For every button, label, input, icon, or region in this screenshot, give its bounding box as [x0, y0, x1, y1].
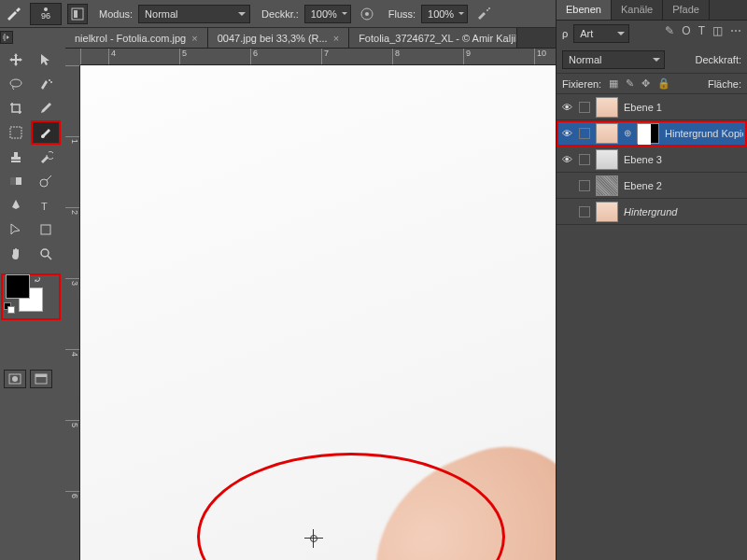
lock-pixels-icon[interactable]: ✎ [626, 77, 634, 90]
layer-row[interactable]: 👁 Ebene 1 [557, 94, 747, 120]
layer-thumbnail[interactable] [596, 123, 618, 144]
layer-checkbox[interactable] [579, 102, 590, 113]
lock-all-icon[interactable]: 🔒 [657, 77, 670, 90]
zoom-tool[interactable] [32, 243, 60, 265]
svg-point-5 [488, 7, 490, 9]
layer-row[interactable]: 👁 ⊕ Hintergrund Kopie [557, 120, 747, 147]
ruler-horizontal[interactable]: 4 5 6 7 8 9 10 11 [80, 49, 556, 65]
quick-mask-icon[interactable] [4, 370, 26, 388]
document-tab[interactable]: 0047.jpg bei 33,3% (R...× [208, 28, 349, 48]
svg-rect-11 [10, 177, 16, 185]
document-tab[interactable]: nielkrol - Fotolia.com.jpg× [65, 28, 208, 48]
layer-row[interactable]: 👁 Ebene 3 [557, 147, 747, 173]
quick-select-tool[interactable] [32, 73, 60, 95]
default-colors-icon[interactable] [4, 302, 15, 314]
tab-paths[interactable]: Pfade [663, 0, 710, 20]
visibility-icon[interactable]: 👁 [560, 128, 573, 139]
document-tabs: nielkrol - Fotolia.com.jpg× 0047.jpg bei… [65, 28, 556, 49]
lock-position-icon[interactable]: ✥ [641, 77, 650, 90]
layer-row[interactable]: Hintergrund [557, 199, 747, 225]
history-brush-tool[interactable] [32, 146, 60, 168]
hand-tool[interactable] [2, 243, 30, 265]
svg-point-15 [41, 249, 49, 257]
layer-thumbnail[interactable] [596, 202, 618, 222]
airbrush-icon[interactable] [473, 4, 494, 24]
mask-link-icon[interactable]: ⊕ [624, 128, 631, 138]
ruler-vertical[interactable]: 1 2 3 4 5 6 7 [65, 65, 80, 560]
close-icon[interactable]: × [191, 33, 197, 44]
visibility-icon[interactable]: 👁 [560, 154, 573, 165]
crop-tool[interactable] [2, 97, 30, 119]
layer-name[interactable]: Ebene 1 [624, 102, 743, 113]
layer-checkbox[interactable] [579, 180, 590, 191]
layer-kind-filter[interactable]: Art [573, 24, 629, 43]
blend-mode-select[interactable]: Normal [138, 5, 250, 23]
eyedropper-tool[interactable] [32, 97, 60, 119]
image-content [342, 423, 556, 560]
svg-point-17 [12, 376, 18, 382]
toolbar-expand-icon[interactable] [0, 31, 13, 44]
svg-rect-9 [10, 127, 21, 138]
layer-thumbnail[interactable] [596, 97, 618, 118]
close-icon[interactable]: × [333, 33, 339, 44]
gradient-tool[interactable] [2, 170, 30, 192]
filter-type-icon[interactable]: T [698, 24, 705, 37]
shape-tool[interactable] [32, 218, 60, 241]
type-tool[interactable]: T [32, 194, 60, 217]
right-panels: Ebenen Kanäle Pfade ρ Art ✎ O T ◫ ⋯ Norm… [556, 0, 747, 560]
layer-name[interactable]: Hintergrund [624, 206, 743, 217]
svg-point-7 [49, 79, 50, 81]
layers-list: 👁 Ebene 1 👁 ⊕ Hintergrund Kopie 👁 Ebene … [557, 94, 747, 560]
filter-shape-icon[interactable]: ◫ [712, 24, 723, 37]
marquee-tool[interactable] [2, 121, 30, 144]
move-tool[interactable] [2, 49, 30, 71]
tool-preset-icon[interactable] [4, 4, 24, 24]
swap-colors-icon[interactable]: ⤾ [34, 274, 41, 285]
layer-thumbnail[interactable] [596, 175, 618, 196]
filter-pixel-icon[interactable]: ✎ [665, 24, 674, 37]
svg-point-12 [40, 179, 48, 187]
svg-point-6 [10, 79, 21, 87]
visibility-icon[interactable]: 👁 [560, 102, 573, 113]
stamp-tool[interactable] [2, 146, 30, 168]
layer-name[interactable]: Hintergrund Kopie [665, 128, 743, 139]
lasso-tool[interactable] [2, 73, 30, 95]
filter-smart-icon[interactable]: ⋯ [730, 24, 741, 37]
filter-icons: ✎ O T ◫ ⋯ [665, 24, 741, 37]
layer-thumbnail[interactable] [596, 149, 618, 170]
dodge-tool[interactable] [32, 170, 60, 192]
mask-thumbnail[interactable] [637, 123, 659, 144]
tab-channels[interactable]: Kanäle [612, 0, 663, 20]
layer-blend-select[interactable]: Normal [562, 50, 665, 69]
tab-layers[interactable]: Ebenen [557, 0, 612, 20]
layer-checkbox[interactable] [579, 206, 590, 217]
document-tab[interactable]: Fotolia_3724672_XL - © Amir Kaljikovi [349, 28, 517, 48]
brush-panel-toggle[interactable] [67, 4, 88, 24]
panel-tabs: Ebenen Kanäle Pfade [557, 0, 747, 21]
svg-rect-14 [41, 225, 50, 234]
svg-point-3 [365, 12, 369, 16]
color-swatches[interactable]: ⤾ [2, 274, 60, 319]
selection-tool[interactable] [32, 49, 60, 71]
brush-tool[interactable] [32, 121, 60, 144]
canvas[interactable] [80, 65, 556, 560]
layer-checkbox[interactable] [579, 128, 590, 139]
precise-cursor-icon [304, 529, 323, 548]
screen-mode-icon[interactable] [30, 370, 52, 388]
svg-point-8 [50, 81, 52, 83]
foreground-color[interactable] [6, 274, 30, 299]
filter-adjust-icon[interactable]: O [682, 24, 690, 37]
layer-row[interactable]: Ebene 2 [557, 173, 747, 199]
opacity-input[interactable]: 100% [304, 5, 351, 23]
mode-label: Modus: [99, 8, 133, 20]
flow-input[interactable]: 100% [421, 5, 468, 23]
pen-tool[interactable] [2, 194, 30, 217]
lock-transparency-icon[interactable]: ▦ [609, 77, 618, 90]
brush-preset-picker[interactable]: 96 [30, 3, 62, 25]
path-select-tool[interactable] [2, 218, 30, 241]
layer-checkbox[interactable] [579, 154, 590, 165]
pressure-opacity-icon[interactable] [357, 4, 377, 24]
layer-name[interactable]: Ebene 2 [624, 180, 743, 191]
svg-rect-19 [35, 374, 47, 377]
layer-name[interactable]: Ebene 3 [624, 154, 743, 165]
